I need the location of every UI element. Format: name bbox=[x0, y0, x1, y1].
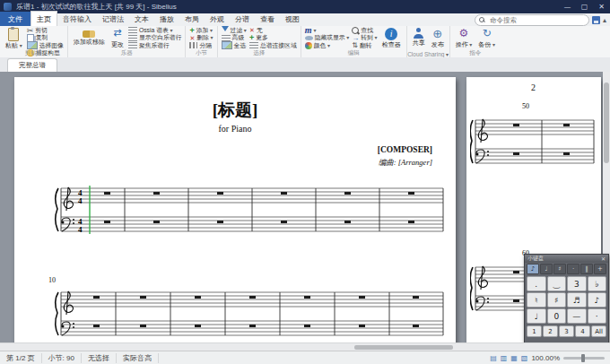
select-more-button[interactable]: 更多 bbox=[249, 34, 297, 41]
select-all-button[interactable]: 全选 bbox=[222, 42, 247, 49]
ossia-staff-button[interactable]: Ossia 谱表 bbox=[128, 27, 182, 34]
add-remove-instruments-button[interactable]: 添加或移除 bbox=[72, 27, 107, 46]
score-page-1[interactable]: [标题] for Piano [COMPOSER] 编曲: [Arranger]… bbox=[14, 77, 456, 342]
keypad-key-natural[interactable]: ♮ bbox=[527, 292, 546, 308]
publish-button[interactable]: 发布 bbox=[430, 27, 446, 48]
tab-text[interactable]: 文本 bbox=[129, 12, 154, 26]
tab-play[interactable]: 播放 bbox=[154, 12, 179, 26]
keypad-key-tuplet[interactable]: 3 bbox=[567, 276, 587, 291]
select-none-button[interactable]: 无 bbox=[249, 27, 297, 34]
zoom-slider[interactable] bbox=[563, 357, 605, 360]
score-subtitle[interactable]: for Piano bbox=[14, 124, 456, 134]
keypad-key-quarter[interactable]: ♩ bbox=[527, 308, 546, 324]
collapse-ribbon-icon[interactable] bbox=[603, 15, 606, 24]
music-system-1[interactable]: 4 4 4 4 bbox=[52, 181, 450, 244]
keypad-titlebar[interactable]: 小键盘 ✕ bbox=[525, 255, 608, 263]
search-input[interactable] bbox=[488, 15, 577, 25]
view-panorama-icon[interactable]: ▤ bbox=[490, 354, 497, 362]
system-passage-button[interactable]: 总谱连接区域 bbox=[249, 42, 297, 49]
music-system-2[interactable] bbox=[52, 285, 450, 342]
keypad-tab-notes[interactable]: ♪ bbox=[527, 264, 539, 274]
select-graphic-button[interactable]: 选择图像 bbox=[27, 42, 64, 49]
keypad-key-eighth[interactable]: ♪ bbox=[588, 292, 607, 308]
bar-number-50: 50 bbox=[522, 102, 529, 110]
filter-button[interactable]: 过滤 bbox=[222, 27, 247, 34]
group-label-cloud: Cloud Sharing bbox=[407, 51, 449, 57]
paste-icon bbox=[8, 28, 19, 41]
minimize-button[interactable] bbox=[559, 0, 576, 13]
color-button[interactable]: 颜色 bbox=[305, 42, 350, 49]
change-instrument-button[interactable]: 更改 bbox=[109, 27, 126, 48]
keypad-key-tie[interactable]: ‿ bbox=[547, 276, 567, 291]
close-button[interactable] bbox=[593, 0, 610, 13]
operations-button[interactable]: 操作 bbox=[454, 27, 475, 48]
whole-rests bbox=[513, 124, 570, 155]
focus-on-staves-button[interactable]: 聚焦乐谱行 bbox=[128, 42, 182, 49]
brace bbox=[56, 292, 58, 335]
view-pages-icon[interactable]: ▥ bbox=[501, 354, 508, 362]
voice-all-button[interactable]: All bbox=[591, 325, 606, 337]
keypad-tab-more-notes[interactable]: ♩ bbox=[540, 264, 553, 274]
delete-bar-button[interactable]: 删除 bbox=[189, 34, 213, 41]
keypad-tab-accidentals[interactable]: ♯ bbox=[553, 264, 566, 274]
status-concert-pitch[interactable]: 实际音高 bbox=[117, 353, 159, 363]
paste-button[interactable]: 粘贴 bbox=[4, 27, 24, 49]
tab-note-input[interactable]: 音符输入 bbox=[57, 12, 97, 26]
keypad-close-icon[interactable]: ✕ bbox=[601, 256, 606, 262]
keypad-key-sixteenth[interactable]: ♬ bbox=[567, 292, 587, 308]
share-button[interactable]: 共享 bbox=[411, 27, 427, 47]
add-bar-button[interactable]: 添加 bbox=[189, 27, 213, 34]
backup-button[interactable]: 备份 bbox=[476, 27, 497, 48]
ribbon-home: 粘贴 剪切 复制 选择图像 捕捉构思 剪贴板 添加或移除 bbox=[0, 26, 610, 58]
tab-parts[interactable]: 分谱 bbox=[230, 12, 255, 26]
tab-layout[interactable]: 布局 bbox=[179, 12, 205, 26]
command-search[interactable] bbox=[475, 14, 589, 26]
score-arranger[interactable]: 编曲: [Arranger] bbox=[379, 158, 432, 169]
save-icon[interactable] bbox=[592, 16, 600, 24]
score-composer[interactable]: [COMPOSER] bbox=[378, 145, 432, 154]
tab-home[interactable]: 主页 bbox=[30, 11, 57, 26]
keypad-key-sharp[interactable]: ♯ bbox=[547, 292, 567, 308]
music-system-p2-1[interactable] bbox=[470, 113, 596, 176]
zoom-slider-thumb[interactable] bbox=[581, 354, 585, 362]
horizontal-scrollbar-thumb[interactable] bbox=[354, 345, 453, 350]
bass-clef bbox=[476, 150, 490, 163]
tab-full-score[interactable]: 完整总谱 bbox=[7, 58, 57, 72]
voice-2-button[interactable]: 2 bbox=[543, 325, 558, 337]
flip-icon bbox=[352, 42, 358, 49]
tab-review[interactable]: 查看 bbox=[255, 12, 280, 26]
group-cloud-sharing: 共享 发布 Cloud Sharing bbox=[407, 26, 450, 57]
split-bar-button[interactable]: 分隔 bbox=[189, 42, 213, 49]
voice-1-button[interactable]: 1 bbox=[527, 325, 542, 337]
tab-appearance[interactable]: 外观 bbox=[205, 12, 230, 26]
keypad-key-half[interactable]: — bbox=[567, 308, 587, 324]
voices-button[interactable] bbox=[305, 27, 350, 34]
tab-file[interactable]: 文件 bbox=[0, 12, 30, 26]
keypad-panel[interactable]: 小键盘 ✕ ♪ ♩ ♯ · ‖ + . ‿ 3 ♭ ♮ ♯ ♬ ♪ ♩ 0 — … bbox=[524, 254, 609, 342]
view-spread-icon[interactable]: ▦ bbox=[510, 354, 518, 362]
keypad-key-rest[interactable]: 0 bbox=[547, 308, 567, 324]
voice-4-button[interactable]: 4 bbox=[575, 325, 590, 337]
score-view[interactable]: [标题] for Piano [COMPOSER] 编曲: [Arranger]… bbox=[0, 72, 610, 342]
keypad-tab-articulations[interactable]: · bbox=[567, 264, 580, 274]
keypad-key-flat[interactable]: ♭ bbox=[588, 276, 607, 291]
inspector-button[interactable]: 检查器 bbox=[380, 27, 403, 48]
group-edit: 隐藏或显示 颜色 查找 转到 翻转 检查器 编辑 bbox=[301, 26, 407, 57]
flip-button[interactable]: 翻转 bbox=[352, 42, 377, 49]
group-instruments: 添加或移除 更改 Ossia 谱表 显示空白乐谱行 聚焦乐谱行 乐器 bbox=[68, 26, 187, 57]
keypad-tab-barlines[interactable]: ‖ bbox=[580, 264, 593, 274]
score-title[interactable]: [标题] bbox=[14, 99, 456, 122]
keypad-key-dot[interactable]: . bbox=[527, 276, 546, 291]
zoom-percentage[interactable]: 100.00% bbox=[531, 354, 560, 362]
hide-show-button[interactable]: 隐藏或显示 bbox=[305, 34, 350, 41]
keypad-key-whole[interactable]: · bbox=[588, 308, 607, 324]
show-empty-staves-button[interactable]: 显示空白乐谱行 bbox=[128, 34, 182, 41]
keypad-tab-extra[interactable]: + bbox=[594, 264, 606, 274]
vertical-scrollbar-thumb[interactable] bbox=[604, 82, 609, 163]
maximize-button[interactable] bbox=[576, 0, 593, 13]
voice-3-button[interactable]: 3 bbox=[559, 325, 574, 337]
tab-view[interactable]: 视图 bbox=[280, 12, 305, 26]
tab-notations[interactable]: 记谱法 bbox=[97, 12, 129, 26]
view-single-icon[interactable]: ▧ bbox=[521, 354, 528, 362]
group-commands: 操作 备份 指令 bbox=[450, 26, 501, 57]
